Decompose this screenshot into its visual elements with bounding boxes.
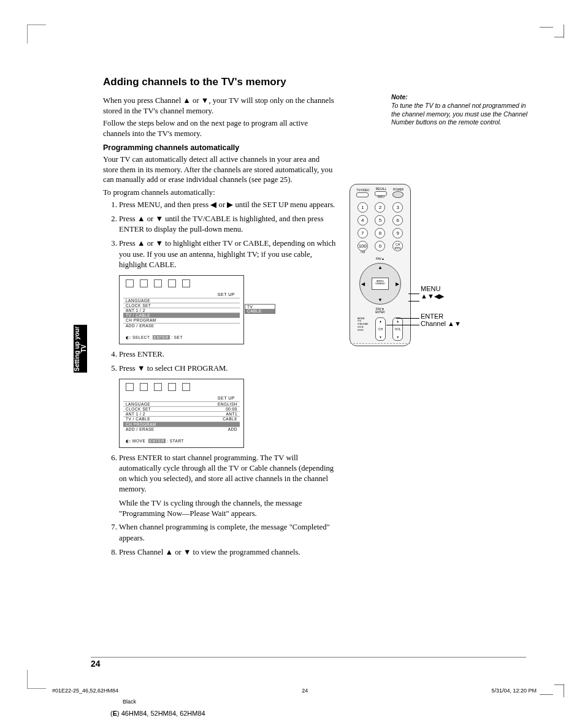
steps-list-3: Press ENTER to start channel programming… — [108, 453, 336, 558]
steps-list-1: Press MENU, and then press ◀ or ▶ until … — [108, 200, 336, 270]
callout-enter: ENTER — [421, 313, 461, 320]
osd1-dropdown: TV CABLE — [245, 304, 275, 314]
osd2-row: CLOCK SET00:00 — [123, 406, 240, 411]
para-3: Your TV can automatically detect all act… — [103, 154, 336, 185]
osd2-row: TV / CABLECABLE — [123, 416, 240, 421]
note-heading: Note: — [391, 93, 532, 100]
osd1-footer: ◐: SELECT ENTER: SET — [123, 335, 240, 340]
osd1-row: CLOCK SET — [123, 303, 240, 308]
section-title: Adding channels to the TV's memory — [103, 76, 532, 88]
crop-mark-tl — [27, 25, 46, 44]
footer-model: (E) 46HM84, 52HM84, 62HM84 — [110, 710, 205, 717]
step-1: Press MENU, and then press ◀ or ▶ until … — [119, 200, 336, 210]
osd2-row: ADD / ERASEADD — [123, 427, 240, 431]
intro-para-2: Follow the steps below and on the next p… — [103, 118, 336, 138]
steps-list-2: Press ENTER. Press ▼ to select CH PROGRA… — [108, 349, 336, 374]
osd1-row: CH PROGRAM — [123, 317, 240, 322]
footer-meta: #01E22-25_46,52,62HM84 24 5/31/04, 12:20… — [52, 688, 537, 694]
intro-para-1: When you press Channel ▲ or ▼, your TV w… — [103, 96, 336, 116]
footer-rule — [91, 657, 526, 658]
callout-channel: Channel ▲▼ — [421, 320, 461, 327]
osd2-row: LANGUAGEENGLISH — [123, 401, 240, 406]
remote-figure: TV/VIDEO RECALLINFO POWER 1 2 3 4 5 6 7 … — [350, 184, 423, 346]
osd2-title: SET UP — [123, 396, 240, 400]
osd1-row: ADD / ERASE — [123, 323, 240, 328]
callout-line — [408, 301, 419, 301]
callout-line — [408, 294, 419, 294]
crop-mark-bl — [27, 670, 46, 689]
callout-arrows: ▲▼◀▶ — [421, 292, 461, 300]
dpad-icon: ▲ ▼ ◀ ▶ MENU O/MENU — [359, 263, 401, 305]
step-3: Press ▲ or ▼ to highlight either TV or C… — [119, 238, 336, 270]
footer-color: Black — [123, 699, 136, 705]
chapter-tab: Setting up your TV — [74, 325, 87, 373]
step-5: Press ▼ to select CH PROGRAM. — [119, 363, 336, 374]
mode-list: MODE •TV •CBL/SAT •VCR •DVD — [358, 317, 369, 341]
osd1-row-highlight: TV / CABLE — [123, 313, 240, 317]
subheading: Programming channels automatically — [103, 143, 336, 152]
osd2-row-highlight: CH PROGRAM — [123, 422, 240, 427]
step-4: Press ENTER. — [119, 349, 336, 360]
callout-menu: MENU — [421, 285, 461, 292]
page-number: 24 — [91, 659, 101, 669]
step-8: Press Channel ▲ or ▼ to view the program… — [119, 547, 336, 558]
osd1-title: SET UP — [123, 292, 240, 297]
para-4: To program channels automatically: — [103, 188, 336, 198]
step-7: When channel programming is complete, th… — [119, 522, 336, 543]
osd1-row: LANGUAGE — [123, 298, 240, 303]
osd-screenshot-1: SET UP LANGUAGE CLOCK SET ANT 1 / 2 TV /… — [119, 275, 244, 344]
step-2: Press ▲ or ▼ until the TV/CABLE is highl… — [119, 214, 336, 235]
note-body: To tune the TV to a channel not programm… — [391, 102, 532, 127]
step-6: Press ENTER to start channel programming… — [119, 453, 336, 519]
callout-line — [386, 325, 419, 325]
osd1-row: ANT 1 / 2 — [123, 308, 240, 313]
callout-line — [396, 318, 419, 319]
osd-screenshot-2: SET UP LANGUAGEENGLISH CLOCK SET00:00 AN… — [119, 379, 244, 448]
osd2-row: ANT 1 / 2ANT1 — [123, 411, 240, 416]
osd2-footer: ◐: MOVE ENTER: START — [123, 439, 240, 444]
